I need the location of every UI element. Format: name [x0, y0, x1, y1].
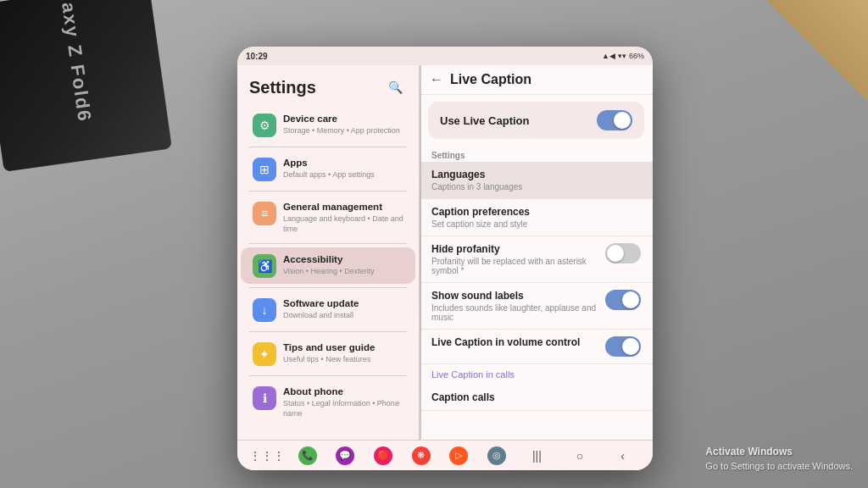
status-icons: ▲◀ ▾▾ 66%	[602, 52, 644, 60]
general-management-subtitle: Language and keyboard • Date and time	[283, 214, 403, 234]
nav-flower-icon[interactable]: ❋	[412, 446, 431, 465]
show-sound-labels-title: Show sound labels	[431, 290, 597, 302]
caption-calls-title: Caption calls	[431, 391, 641, 403]
battery-icon: 66%	[629, 52, 644, 60]
use-live-caption-section: Use Live Caption	[428, 102, 644, 139]
bottom-nav: ⋮⋮⋮ 📞 💬 🔴 ❋ ▷ ◎ ||| ○ ‹	[237, 440, 653, 470]
live-caption-panel: ← Live Caption Use Live Caption Settings…	[420, 65, 653, 440]
about-phone-icon: ℹ	[253, 386, 276, 410]
settings-item-about-phone[interactable]: ℹAbout phoneStatus • Legal information •…	[241, 380, 415, 424]
settings-item-device-care[interactable]: ⚙Device careStorage • Memory • App prote…	[241, 107, 415, 143]
software-update-title: Software update	[283, 297, 403, 310]
caption-calls-row[interactable]: Caption calls	[420, 385, 653, 411]
tips-icon: ✦	[253, 342, 276, 366]
back-button[interactable]: ←	[430, 72, 443, 87]
nav-youtube-icon[interactable]: ▷	[449, 446, 468, 465]
divider-5	[249, 375, 407, 376]
signal-icon: ▲◀	[602, 52, 615, 60]
wifi-icon: ▾▾	[618, 52, 626, 60]
show-sound-labels-toggle[interactable]	[605, 290, 641, 310]
settings-title: Settings	[249, 78, 316, 97]
device-care-icon: ⚙	[253, 114, 276, 137]
divider-1	[249, 191, 407, 191]
settings-panel: Settings 🔍 ⚙Device careStorage • Memory …	[237, 65, 420, 440]
samsung-box-label: Galaxy Z Fold6	[52, 0, 95, 124]
software-update-subtitle: Download and install	[283, 311, 403, 321]
phone-device: 10:29 ▲◀ ▾▾ 66% Settings 🔍 ⚙Device careS…	[237, 47, 653, 470]
nav-home-icon[interactable]: ○	[568, 444, 592, 468]
settings-item-tips[interactable]: ✦Tips and user guideUseful tips • New fe…	[241, 336, 415, 372]
nav-recents-icon[interactable]: |||	[525, 444, 548, 468]
software-update-icon: ↓	[253, 298, 276, 322]
settings-item-accessibility[interactable]: ♿AccessibilityVision • Hearing • Dexteri…	[241, 247, 415, 284]
languages-title: Languages	[431, 169, 641, 180]
search-button[interactable]: 🔍	[383, 75, 407, 99]
languages-subtitle: Captions in 3 languages	[431, 182, 641, 191]
live-caption-title: Live Caption	[450, 72, 531, 87]
status-time: 10:29	[246, 52, 268, 61]
hide-profanity-toggle[interactable]	[605, 243, 641, 263]
divider-3	[249, 287, 407, 288]
divider-2	[249, 243, 407, 244]
accessibility-subtitle: Vision • Hearing • Dexterity	[283, 267, 403, 277]
settings-item-general-management[interactable]: ≡General managementLanguage and keyboard…	[241, 195, 415, 240]
nav-back-icon[interactable]: ‹	[611, 444, 635, 468]
accessibility-icon: ♿	[253, 254, 276, 278]
hide-profanity-title: Hide profanity	[431, 243, 597, 255]
show-sound-labels-toggle-knob	[622, 291, 639, 308]
live-caption-volume-toggle[interactable]	[605, 336, 641, 357]
live-caption-calls-link[interactable]: Live Caption in calls	[420, 364, 653, 385]
nav-circle-icon[interactable]: ◎	[487, 446, 506, 465]
live-caption-volume-toggle-knob	[622, 338, 639, 355]
phone-inner: Settings 🔍 ⚙Device careStorage • Memory …	[237, 65, 653, 440]
live-caption-header: ← Live Caption	[420, 65, 653, 95]
device-care-title: Device care	[283, 113, 403, 125]
activate-windows-subtitle: Go to Settings to activate Windows.	[705, 459, 853, 474]
divider-0	[249, 147, 407, 147]
nav-camera-icon[interactable]: 🔴	[374, 446, 392, 465]
lc-row-live-caption-volume[interactable]: Live Caption in volume control	[420, 330, 653, 364]
activate-windows-watermark: Activate Windows Go to Settings to activ…	[705, 444, 853, 474]
lc-row-languages[interactable]: LanguagesCaptions in 3 languages	[420, 162, 653, 199]
center-fold	[420, 65, 421, 440]
lc-row-hide-profanity[interactable]: Hide profanityProfanity will be replaced…	[420, 236, 653, 283]
live-caption-rows: LanguagesCaptions in 3 languagesCaption …	[420, 162, 653, 364]
accessibility-title: Accessibility	[283, 253, 403, 266]
about-phone-title: About phone	[283, 385, 403, 398]
settings-title-row: Settings 🔍	[237, 72, 419, 106]
tips-subtitle: Useful tips • New features	[283, 355, 403, 365]
hide-profanity-subtitle: Profanity will be replaced with an aster…	[431, 257, 597, 275]
live-caption-volume-title: Live Caption in volume control	[431, 336, 597, 348]
settings-item-apps[interactable]: ⊞AppsDefault apps • App settings	[241, 151, 415, 187]
tips-title: Tips and user guide	[283, 341, 403, 354]
settings-items-list: ⚙Device careStorage • Memory • App prote…	[237, 107, 419, 425]
nav-grid-icon[interactable]: ⋮⋮⋮	[255, 444, 279, 468]
use-live-caption-toggle[interactable]	[597, 110, 632, 130]
device-care-subtitle: Storage • Memory • App protection	[283, 126, 403, 136]
use-live-caption-label: Use Live Caption	[440, 114, 529, 127]
samsung-box: Galaxy Z Fold6	[0, 0, 172, 172]
activate-windows-title: Activate Windows	[705, 444, 853, 459]
show-sound-labels-subtitle: Includes sounds like laughter, applause …	[431, 303, 597, 322]
settings-item-software-update[interactable]: ↓Software updateDownload and install	[241, 291, 415, 328]
nav-messages-icon[interactable]: 💬	[336, 446, 354, 465]
apps-subtitle: Default apps • App settings	[283, 170, 403, 180]
status-bar: 10:29 ▲◀ ▾▾ 66%	[237, 47, 653, 65]
apps-icon: ⊞	[253, 158, 276, 181]
divider-4	[249, 331, 407, 332]
nav-phone-icon[interactable]: 📞	[298, 446, 317, 465]
about-phone-subtitle: Status • Legal information • Phone name	[283, 399, 403, 419]
general-management-title: General management	[283, 201, 403, 214]
hide-profanity-toggle-knob	[607, 245, 624, 262]
lc-row-caption-preferences[interactable]: Caption preferencesSet caption size and …	[420, 199, 653, 236]
caption-preferences-subtitle: Set caption size and style	[431, 219, 641, 229]
apps-title: Apps	[283, 157, 403, 169]
general-management-icon: ≡	[253, 202, 276, 225]
caption-preferences-title: Caption preferences	[431, 206, 641, 218]
lc-row-show-sound-labels[interactable]: Show sound labelsIncludes sounds like la…	[420, 283, 653, 330]
settings-section-label: Settings	[420, 146, 653, 162]
toggle-knob	[614, 112, 631, 129]
